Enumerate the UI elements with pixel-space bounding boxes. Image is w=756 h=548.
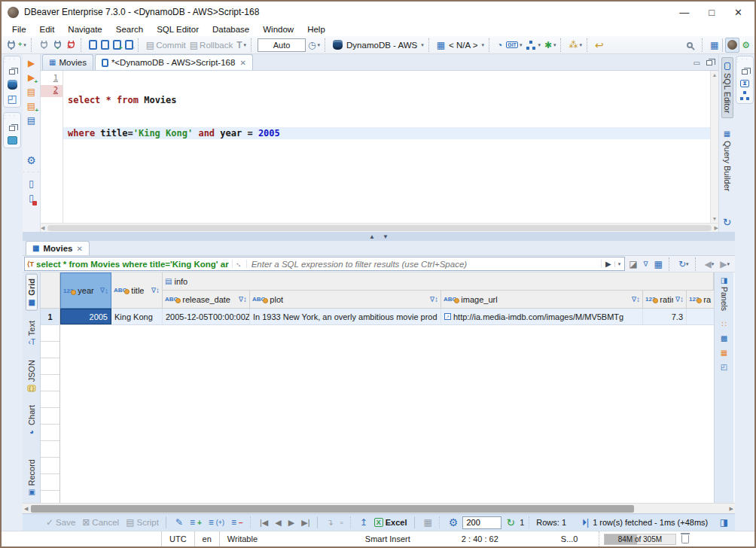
- references-panel-icon[interactable]: ◰: [721, 364, 727, 371]
- writable-indicator[interactable]: Writable: [219, 531, 291, 546]
- reconnect-button[interactable]: [51, 38, 64, 53]
- maximize-button[interactable]: □: [709, 8, 715, 17]
- maximize-editor-icon[interactable]: [706, 60, 712, 65]
- dropdown-icon[interactable]: ▾: [23, 42, 26, 48]
- projects-view-icon[interactable]: ◰: [7, 93, 17, 104]
- column-header-year[interactable]: 123 year ∇↕: [60, 272, 111, 309]
- last-edit-location-button[interactable]: ↩: [593, 38, 605, 53]
- new-connection-button[interactable]: + ▾: [5, 38, 28, 53]
- last-row-button[interactable]: ▶|: [299, 517, 312, 528]
- task-button[interactable]: ▾: [524, 38, 542, 53]
- cancel-button[interactable]: ⊠Cancel: [80, 517, 121, 528]
- minimize-editor-icon[interactable]: ▭: [694, 59, 700, 67]
- editor-vertical-scrollbar[interactable]: ▲ ▼: [710, 71, 718, 223]
- clear-filter-button[interactable]: ◪: [626, 260, 639, 269]
- debug-button[interactable]: ✱ ▾: [543, 38, 558, 53]
- language-indicator[interactable]: en: [194, 531, 219, 546]
- execute-script-button[interactable]: ▤: [27, 87, 35, 96]
- cell-title[interactable]: King Kong: [111, 309, 163, 324]
- column-header-ra[interactable]: 123 ra: [687, 291, 714, 309]
- tab-chart[interactable]: ◕Chart: [26, 401, 37, 440]
- menu-file[interactable]: File: [6, 24, 32, 35]
- grid-config-button[interactable]: ⚙: [447, 516, 461, 528]
- execute-new-tab-button[interactable]: ▶+: [28, 73, 35, 82]
- refresh-results-button[interactable]: ↻▾: [676, 260, 691, 269]
- sql-code-area[interactable]: 1 2 select * from Movies where title='Ki…: [41, 71, 718, 223]
- connect-button[interactable]: [38, 38, 50, 53]
- open-perspective-button[interactable]: ▦: [709, 38, 720, 53]
- delete-row-button[interactable]: ≡−: [229, 517, 245, 528]
- transaction-mode-button[interactable]: T ▾: [235, 38, 248, 53]
- explain-plan-button[interactable]: ▤: [27, 116, 35, 125]
- restore-views-icon[interactable]: [9, 69, 15, 75]
- fetch-all-button[interactable]: ▫: [338, 517, 346, 528]
- prev-row-button[interactable]: ◀: [273, 517, 283, 528]
- results-horizontal-scrollbar[interactable]: ◀ ▶: [23, 503, 735, 513]
- dbeaver-perspective-button[interactable]: [725, 38, 739, 53]
- editor-results-sash[interactable]: ▲ ▼: [23, 232, 735, 241]
- memory-monitor[interactable]: 84M of 305M: [599, 531, 694, 546]
- garbage-collect-icon[interactable]: [681, 535, 689, 543]
- column-header-title[interactable]: ABC title ∇↕: [111, 272, 163, 309]
- expand-filter-icon[interactable]: ↔: [232, 260, 247, 268]
- compose-button[interactable]: ⁂ ▾: [567, 38, 584, 53]
- nav-forward-button[interactable]: ▶▾: [718, 259, 732, 269]
- connection-selector[interactable]: DynamoDB - AWS ▾: [331, 38, 425, 53]
- menu-sql-editor[interactable]: SQL Editor: [151, 24, 205, 35]
- minimize-button[interactable]: —: [679, 8, 689, 17]
- duplicate-row-button[interactable]: ≡(+): [206, 517, 227, 528]
- general-settings-button[interactable]: ⚙: [740, 38, 751, 53]
- save-filter-button[interactable]: ▦: [652, 260, 665, 269]
- database-navigator-icon[interactable]: [8, 80, 17, 90]
- rerun-query-button[interactable]: ↻: [504, 516, 517, 528]
- menu-navigate[interactable]: Navigate: [62, 24, 108, 35]
- templates-view-icon[interactable]: ⧗: [740, 80, 749, 87]
- git-button[interactable]: GIT ▾: [505, 38, 523, 53]
- dashboard-button[interactable]: ◔: [495, 38, 504, 53]
- metadata-panel-icon[interactable]: ▦: [721, 349, 727, 357]
- execute-statement-button[interactable]: ▶: [28, 59, 35, 68]
- menu-edit[interactable]: Edit: [34, 24, 61, 35]
- apply-filter-button[interactable]: ▶: [605, 260, 611, 268]
- commit-mode-combo[interactable]: Auto: [258, 38, 306, 52]
- cell-release-date[interactable]: 2005-12-05T00:00:00Z: [163, 309, 250, 324]
- collapse-up-icon[interactable]: ▲: [369, 233, 375, 240]
- tab-record[interactable]: ▣Record: [26, 455, 37, 500]
- execute-script-new-button[interactable]: ▤+: [27, 102, 35, 111]
- scroll-thumb[interactable]: [31, 505, 634, 513]
- new-sql-script-button[interactable]: +: [111, 38, 123, 53]
- project-explorer-icon[interactable]: [8, 136, 17, 145]
- open-sql-script-button[interactable]: ◦: [123, 38, 135, 53]
- selection-indicator[interactable]: S...0: [553, 531, 599, 546]
- first-row-button[interactable]: |◀: [258, 517, 270, 528]
- column-header-info[interactable]: ▤ info: [163, 272, 714, 291]
- add-row-button[interactable]: ≡+: [187, 517, 204, 528]
- validate-script-button[interactable]: ▯: [29, 193, 34, 202]
- cell-image-url[interactable]: ↗ http://ia.media-imdb.com/images/M/MV5B…: [441, 309, 643, 324]
- filter-settings-button[interactable]: ∇: [642, 260, 651, 268]
- script-button[interactable]: ▤Script: [123, 517, 161, 528]
- filter-input[interactable]: [247, 260, 601, 269]
- transaction-log-button[interactable]: ◷ ▾: [306, 38, 322, 53]
- close-results-icon[interactable]: ✕: [76, 245, 82, 253]
- caret-position[interactable]: 2 : 40 : 62: [454, 531, 544, 546]
- menu-help[interactable]: Help: [301, 24, 331, 35]
- nav-back-button[interactable]: ◀▾: [703, 259, 717, 269]
- search-button[interactable]: [684, 38, 699, 53]
- schema-selector[interactable]: ▦ < N/A > ▾: [435, 38, 486, 53]
- save-button[interactable]: ✓Save: [44, 517, 78, 528]
- collapse-down-icon[interactable]: ▼: [383, 233, 389, 240]
- fetch-size-input[interactable]: [462, 516, 501, 529]
- filter-history-dropdown[interactable]: ▾: [614, 261, 621, 267]
- cell-year-selected[interactable]: 2005: [60, 309, 111, 324]
- code-text[interactable]: select * from Movies where title='King K…: [63, 71, 710, 223]
- row-number[interactable]: 1: [41, 309, 60, 324]
- outline-view-icon[interactable]: [739, 91, 750, 100]
- commit-button[interactable]: ▤ Commit: [145, 38, 187, 53]
- insert-mode-indicator[interactable]: Smart Insert: [358, 531, 433, 546]
- refresh-editor-button[interactable]: ↻: [723, 217, 732, 227]
- cell-rating[interactable]: 7.3: [643, 309, 687, 324]
- restore-views-icon-2[interactable]: [9, 126, 15, 131]
- open-recent-sql-button[interactable]: →: [99, 38, 111, 53]
- export-result-button[interactable]: ▯: [29, 179, 34, 188]
